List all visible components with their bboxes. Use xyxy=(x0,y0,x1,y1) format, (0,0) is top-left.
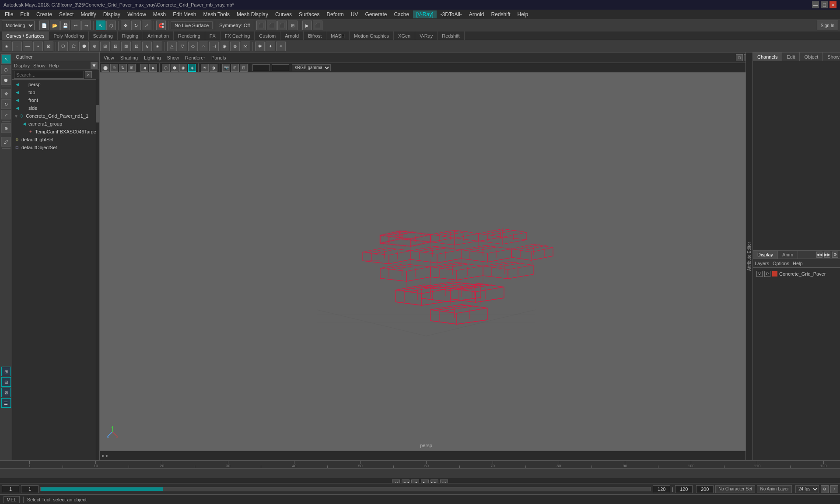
vp-prev-frame-btn[interactable]: ◀ xyxy=(140,64,148,72)
vp-grid-btn[interactable]: ⊞ xyxy=(231,64,239,72)
insert-loop-btn[interactable]: ⊟ xyxy=(111,42,120,51)
grid-btn[interactable]: ⊠ xyxy=(1,388,11,397)
menu-deform[interactable]: Deform xyxy=(323,10,346,18)
vp-smooth-btn[interactable]: ⬢ xyxy=(171,64,178,72)
menu-cache[interactable]: Cache xyxy=(391,10,412,18)
maximize-button[interactable]: ☐ xyxy=(821,1,828,8)
outliner-item-tempcam[interactable]: ✦ TempCamFBXASC046Target xyxy=(12,128,99,136)
menu-create[interactable]: Create xyxy=(33,10,55,18)
outliner-item-side[interactable]: ◀ side xyxy=(12,104,99,112)
new-button[interactable]: 📄 xyxy=(39,21,49,30)
select-face-btn[interactable]: ▪ xyxy=(33,42,43,51)
lasso-tool[interactable]: ⬡ xyxy=(1,65,11,74)
merge-btn[interactable]: ⊕ xyxy=(90,42,99,51)
outliner-item-default-light-set[interactable]: ⊕ defaultLightSet xyxy=(12,136,99,144)
tab-fx[interactable]: FX xyxy=(205,32,220,40)
camera-side-button[interactable]: ⬛ xyxy=(277,21,287,30)
stop-button[interactable]: ⬛ xyxy=(313,21,322,30)
tab-xgen[interactable]: XGen xyxy=(394,32,415,40)
fill-hole-btn[interactable]: ○ xyxy=(199,42,208,51)
vp-menu-shading[interactable]: Shading xyxy=(118,55,140,60)
vp-menu-lighting[interactable]: Lighting xyxy=(142,55,163,60)
vp-menu-renderer[interactable]: Renderer xyxy=(183,55,207,60)
vp-select-btn[interactable]: ⬤ xyxy=(102,64,109,72)
anim-tab[interactable]: Anim xyxy=(778,251,798,259)
menu-arnold[interactable]: Arnold xyxy=(466,10,487,18)
anim-end-input[interactable] xyxy=(675,485,693,493)
open-button[interactable]: 📂 xyxy=(50,21,60,30)
edit-tab[interactable]: Edit xyxy=(782,52,800,61)
gamma-select[interactable]: sRGB gamma xyxy=(292,64,331,71)
select-edge-btn[interactable]: — xyxy=(23,42,32,51)
select-object-btn[interactable]: ◈ xyxy=(2,42,11,51)
outliner-item-default-object-set[interactable]: ⊡ defaultObjectSet xyxy=(12,144,99,151)
rotate-tool[interactable]: ↻ xyxy=(1,99,11,109)
vp-near-clip[interactable]: 0.00 xyxy=(252,64,270,71)
paint-select-tool[interactable]: ⬢ xyxy=(1,75,11,85)
menu-mesh-display[interactable]: Mesh Display xyxy=(234,10,271,18)
viewport-maximize-btn[interactable]: □ xyxy=(736,54,743,61)
character-set-btn[interactable]: No Character Set xyxy=(715,485,755,493)
anim-layer-btn[interactable]: No Anim Layer xyxy=(757,485,792,493)
tab-sculpting[interactable]: Sculpting xyxy=(89,32,118,40)
smooth-btn[interactable]: ◉ xyxy=(220,42,229,51)
layer-options-btn[interactable]: ⚙ xyxy=(832,252,838,258)
offset-loop-btn[interactable]: ⊠ xyxy=(121,42,131,51)
anim-range-end[interactable] xyxy=(696,485,714,493)
camera-four-button[interactable]: ⊞ xyxy=(288,21,298,30)
outliner-search-input[interactable] xyxy=(14,71,84,79)
vp-zoom-btn[interactable]: ⊞ xyxy=(128,64,136,72)
select-tool[interactable]: ↖ xyxy=(1,54,11,64)
menu-uv[interactable]: UV xyxy=(348,10,361,18)
menu-generate[interactable]: Generate xyxy=(362,10,390,18)
outliner-help-menu[interactable]: Help xyxy=(49,63,59,68)
menu-window[interactable]: Window xyxy=(124,10,149,18)
vp-camera-display-btn[interactable]: 📷 xyxy=(222,64,230,72)
view-settings-btn[interactable]: ☰ xyxy=(1,398,11,408)
frame-input-2[interactable] xyxy=(21,485,38,493)
sculpt-btn[interactable]: ✱ xyxy=(255,42,265,51)
tab-rigging[interactable]: Rigging xyxy=(118,32,143,40)
tab-arnold[interactable]: Arnold xyxy=(280,32,304,40)
layer-p-toggle[interactable]: P xyxy=(764,271,770,277)
viewport-canvas[interactable]: persp X Z Y xyxy=(100,73,752,451)
mel-label[interactable]: MEL xyxy=(4,496,20,503)
outliner-scrollbar[interactable] xyxy=(96,105,99,122)
outliner-display-menu[interactable]: Display xyxy=(14,63,30,68)
menu-mesh-tools[interactable]: Mesh Tools xyxy=(200,10,233,18)
vp-orbit-btn[interactable]: ↻ xyxy=(119,64,127,72)
display-tab[interactable]: Display xyxy=(753,251,778,259)
vp-light-btn[interactable]: ☀ xyxy=(201,64,209,72)
timeline-progress-bar[interactable] xyxy=(40,487,651,491)
vp-menu-show[interactable]: Show xyxy=(165,55,182,60)
outliner-item-front[interactable]: ◀ front xyxy=(12,96,99,104)
object-tab[interactable]: Object xyxy=(800,52,823,61)
menu-help[interactable]: Help xyxy=(514,10,532,18)
vp-shaded-btn[interactable]: ◉ xyxy=(179,64,187,72)
lasso-button[interactable]: ⬡ xyxy=(106,21,116,30)
tab-fx-caching[interactable]: FX Caching xyxy=(220,32,255,40)
camera-front-button[interactable]: ⬛ xyxy=(267,21,276,30)
crease-btn[interactable]: ✧ xyxy=(276,42,286,51)
menu-edit-mesh[interactable]: Edit Mesh xyxy=(170,10,199,18)
vp-shaded-wire-btn[interactable]: ◈ xyxy=(188,64,196,72)
slide-btn[interactable]: ⊡ xyxy=(132,42,141,51)
attribute-editor-label[interactable]: Attribute Editor xyxy=(747,242,752,271)
scale-button[interactable]: ⤢ xyxy=(142,21,151,30)
bridge-btn[interactable]: ⬢ xyxy=(79,42,89,51)
save-button[interactable]: 💾 xyxy=(60,21,70,30)
detach-btn[interactable]: ◇ xyxy=(188,42,198,51)
tab-poly-modeling[interactable]: Poly Modeling xyxy=(49,32,88,40)
mirror-btn[interactable]: ⊣ xyxy=(209,42,219,51)
current-frame-input[interactable] xyxy=(2,485,19,493)
camera-persp-button[interactable]: ⬛ xyxy=(256,21,266,30)
vp-menu-view[interactable]: View xyxy=(102,55,116,60)
outliner-item-concrete-group[interactable]: ▼ ⬡ Concrete_Grid_Paver_nd1_1 xyxy=(12,112,99,120)
outliner-item-persp[interactable]: ◀ persp xyxy=(12,80,99,88)
layer-prev-btn[interactable]: ◀◀ xyxy=(816,252,822,258)
layer-next-btn[interactable]: ▶▶ xyxy=(824,252,830,258)
layer-v-toggle[interactable]: V xyxy=(756,271,763,277)
target-weld-btn[interactable]: ⊎ xyxy=(142,42,152,51)
vp-hud-btn[interactable]: ⊟ xyxy=(240,64,248,72)
menu-modify[interactable]: Modify xyxy=(77,10,99,18)
